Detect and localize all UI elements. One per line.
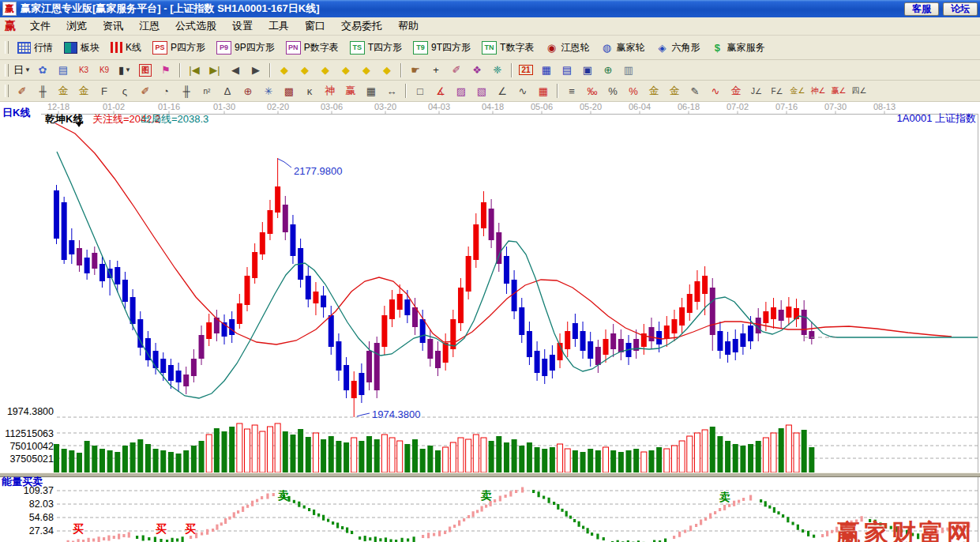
gold-grid2-tool[interactable]: 金 bbox=[73, 82, 94, 100]
matrix-tool[interactable]: ▦ bbox=[361, 82, 381, 100]
toolbar-grip[interactable] bbox=[5, 41, 9, 54]
expand-left-icon[interactable]: ◆ bbox=[336, 62, 356, 79]
menu-item-trade[interactable]: 交易委托 bbox=[333, 17, 390, 35]
gann-grid-tool[interactable]: ╫ bbox=[32, 82, 53, 100]
gold-grid-tool[interactable]: 金 bbox=[53, 82, 73, 100]
expand-both-icon[interactable]: ◆ bbox=[356, 62, 377, 79]
f10-report-icon[interactable]: ▤ bbox=[53, 62, 73, 79]
last-page-icon[interactable]: ▶| bbox=[205, 62, 225, 79]
menu-item-news[interactable]: 资讯 bbox=[95, 17, 131, 35]
wave-tool[interactable]: ∿ bbox=[513, 82, 533, 100]
knot-icon[interactable]: ✿ bbox=[32, 62, 53, 79]
winner-wheel-button[interactable]: ◍赢家轮 bbox=[595, 39, 650, 57]
pattern-icon[interactable]: 图 bbox=[135, 62, 156, 79]
angle-tool[interactable]: ∠ bbox=[492, 82, 513, 100]
save-icon[interactable]: ▣ bbox=[577, 62, 598, 79]
win-angle-tool[interactable]: 赢∠ bbox=[828, 82, 849, 100]
prev-page-icon[interactable]: ◀ bbox=[225, 62, 246, 79]
fibonacci-tool[interactable]: F bbox=[94, 82, 115, 100]
gann-box-icon[interactable]: ❖ bbox=[467, 62, 487, 79]
p-number-button[interactable]: PNP数字表 bbox=[280, 39, 344, 57]
menu-item-settings[interactable]: 设置 bbox=[224, 17, 261, 35]
menu-item-tools[interactable]: 工具 bbox=[261, 17, 297, 35]
bars-3-icon[interactable]: K3 bbox=[73, 62, 94, 79]
compress-left-icon[interactable]: ◆ bbox=[274, 62, 295, 79]
marker-tool[interactable]: ✐ bbox=[135, 82, 156, 100]
toolbar-grip[interactable] bbox=[5, 64, 9, 77]
compress-both-icon[interactable]: ◆ bbox=[315, 62, 336, 79]
win-tool[interactable]: 赢 bbox=[340, 82, 361, 100]
toolbar-grip[interactable] bbox=[5, 85, 9, 97]
gann-wheel-button[interactable]: ◉江恩轮 bbox=[539, 39, 595, 57]
winner-service-button[interactable]: $赢家服务 bbox=[705, 39, 770, 57]
menu-item-window[interactable]: 窗口 bbox=[297, 17, 333, 35]
remote-data-icon[interactable]: ⊕ bbox=[598, 62, 618, 79]
service-button[interactable]: 客服 bbox=[904, 2, 939, 16]
percent-tool[interactable]: % bbox=[603, 82, 623, 100]
menu-item-browse[interactable]: 浏览 bbox=[58, 17, 95, 35]
square-of-nine-tool[interactable]: n² bbox=[197, 82, 217, 100]
j-angle-tool[interactable]: J∠ bbox=[746, 82, 767, 100]
pencil-tool[interactable]: ✐ bbox=[12, 82, 32, 100]
first-page-icon[interactable]: |◀ bbox=[184, 62, 205, 79]
star-lines-tool[interactable]: ✳ bbox=[258, 82, 279, 100]
k-mark-tool[interactable]: ĸ bbox=[299, 82, 320, 100]
gold-lines-tool[interactable]: 金 bbox=[664, 82, 685, 100]
calculator-icon[interactable]: ▦ bbox=[536, 62, 557, 79]
quotes-button[interactable]: 行情 bbox=[12, 39, 58, 57]
next-page-icon[interactable]: ▶ bbox=[246, 62, 266, 79]
f-angle-tool[interactable]: F∠ bbox=[767, 82, 787, 100]
period-day-selector[interactable]: 日▼ bbox=[12, 62, 32, 79]
percent-down-tool[interactable]: ‰ bbox=[582, 82, 603, 100]
triangle-tool[interactable]: ∆ bbox=[217, 82, 238, 100]
bars-9-icon[interactable]: K9 bbox=[94, 62, 115, 79]
menu-item-help[interactable]: 帮助 bbox=[390, 17, 426, 35]
gann-fan-tool[interactable]: ▧ bbox=[471, 82, 492, 100]
t-square-button[interactable]: TST四方形 bbox=[344, 39, 407, 57]
crosshair-icon[interactable]: + bbox=[426, 62, 446, 79]
levels-tool[interactable]: ≡ bbox=[561, 82, 582, 100]
gann-box-draw-tool[interactable]: ▨ bbox=[451, 82, 471, 100]
spiral-tool[interactable]: ς bbox=[115, 82, 135, 100]
printer-icon[interactable]: ▥ bbox=[618, 62, 639, 79]
gold-angle-tool[interactable]: 金∠ bbox=[787, 82, 808, 100]
menu-item-file[interactable]: 文件 bbox=[22, 17, 58, 35]
red-grid-tool[interactable]: ▦ bbox=[533, 82, 554, 100]
candle-style-selector[interactable]: ▮▼ bbox=[115, 62, 135, 79]
fan-lines-tool[interactable]: ∡ bbox=[430, 82, 451, 100]
shen-tool[interactable]: 神 bbox=[320, 82, 340, 100]
compress-right-icon[interactable]: ◆ bbox=[295, 62, 315, 79]
grid-tool[interactable]: ╫ bbox=[176, 82, 197, 100]
percent-red-tool[interactable]: % bbox=[623, 82, 644, 100]
sectors-button[interactable]: 板块 bbox=[58, 39, 105, 57]
9p-square-button[interactable]: P99P四方形 bbox=[211, 39, 280, 57]
t-number-button[interactable]: TNT数字表 bbox=[476, 39, 539, 57]
measure-icon[interactable]: ✐ bbox=[446, 62, 467, 79]
flag-icon[interactable]: ⚑ bbox=[156, 62, 176, 79]
p-square-button[interactable]: PSP四方形 bbox=[147, 39, 211, 57]
9t-square-button[interactable]: T99T四方形 bbox=[407, 39, 476, 57]
hexagon-button[interactable]: ◈六角形 bbox=[650, 39, 705, 57]
clock-cycle-tool[interactable]: ◔ bbox=[156, 82, 176, 100]
expand-all-icon[interactable]: ◆ bbox=[377, 62, 397, 79]
gold-circle-tool[interactable]: 金 bbox=[644, 82, 664, 100]
compass-tool[interactable]: ⊕ bbox=[238, 82, 258, 100]
box-tool[interactable]: □ bbox=[410, 82, 430, 100]
wave2-tool[interactable]: ∿ bbox=[705, 82, 726, 100]
web-grid-tool[interactable]: ▩ bbox=[279, 82, 299, 100]
width-measure-tool[interactable]: ↔ bbox=[381, 82, 402, 100]
pen-tool[interactable]: ✎ bbox=[685, 82, 705, 100]
gold-box-tool[interactable]: 金 bbox=[726, 82, 746, 100]
chart-area[interactable]: 12-1801-0201-1601-3002-2003-0603-2004-03… bbox=[0, 102, 980, 542]
forum-button[interactable]: 论坛 bbox=[943, 2, 978, 16]
notes-icon[interactable]: ▤ bbox=[557, 62, 577, 79]
menu-item-gann[interactable]: 江恩 bbox=[131, 17, 167, 35]
calendar-icon[interactable]: 21 bbox=[516, 62, 536, 79]
kline-button[interactable]: K线 bbox=[105, 39, 147, 57]
drag-hand-icon[interactable]: ☛ bbox=[405, 62, 426, 79]
cycle-tool-icon[interactable]: ❈ bbox=[487, 62, 508, 79]
four-angle-tool[interactable]: 四∠ bbox=[849, 82, 869, 100]
chart-canvas[interactable]: 12-1801-0201-1601-3002-2003-0603-2004-03… bbox=[0, 102, 980, 542]
shen-angle-tool[interactable]: 神∠ bbox=[808, 82, 828, 100]
menu-item-formula-stock[interactable]: 公式选股 bbox=[167, 17, 224, 35]
